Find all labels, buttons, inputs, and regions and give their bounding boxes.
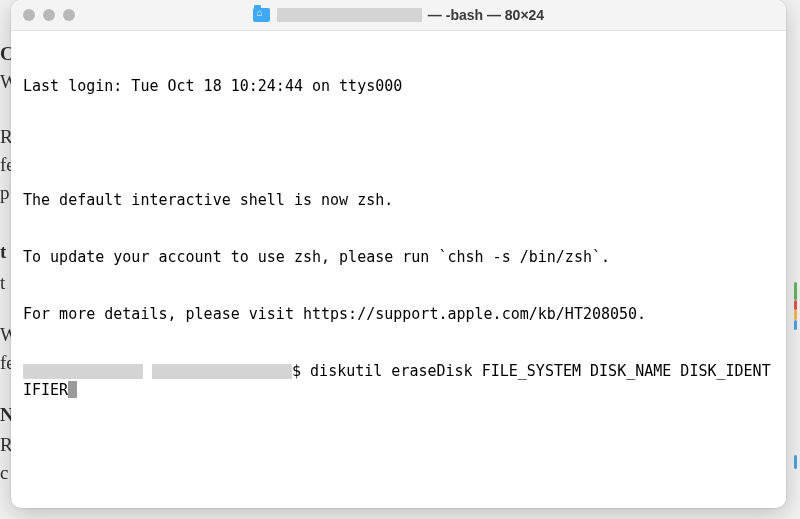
bg-char: t (0, 268, 5, 298)
window-title: — -bash — 80×24 (11, 7, 786, 23)
bg-accent (794, 455, 797, 469)
prompt-redacted-host (23, 364, 143, 379)
bg-accent (794, 300, 797, 310)
bg-accent (794, 310, 797, 320)
prompt-separator: $ (292, 362, 301, 380)
close-icon[interactable] (23, 9, 35, 21)
blank-line (23, 134, 778, 153)
cursor-icon (68, 381, 77, 398)
zsh-msg-line: To update your account to use zsh, pleas… (23, 248, 778, 267)
title-redacted-user (277, 8, 422, 22)
traffic-lights (11, 9, 75, 21)
last-login-line: Last login: Tue Oct 18 10:24:44 on ttys0… (23, 77, 778, 96)
title-suffix: — -bash — 80×24 (428, 7, 544, 23)
prompt-redacted-user (152, 364, 292, 379)
terminal-content[interactable]: Last login: Tue Oct 18 10:24:44 on ttys0… (11, 31, 786, 508)
bg-char: c (0, 458, 8, 488)
bg-accent (794, 320, 797, 330)
zsh-msg-line: For more details, please visit https://s… (23, 305, 778, 324)
bg-char: t (0, 237, 6, 267)
bg-char: p (0, 178, 10, 208)
titlebar[interactable]: — -bash — 80×24 (11, 0, 786, 31)
terminal-window: — -bash — 80×24 Last login: Tue Oct 18 1… (11, 0, 786, 508)
zoom-icon[interactable] (63, 9, 75, 21)
zsh-msg-line: The default interactive shell is now zsh… (23, 191, 778, 210)
minimize-icon[interactable] (43, 9, 55, 21)
folder-icon (253, 8, 270, 22)
prompt-line: $ diskutil eraseDisk FILE_SYSTEM DISK_NA… (23, 362, 778, 400)
bg-accent (794, 282, 797, 300)
